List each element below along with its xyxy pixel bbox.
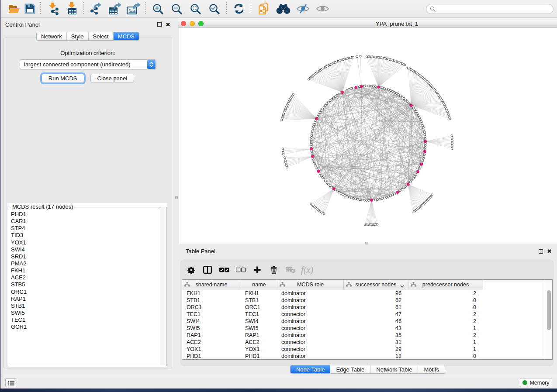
task-history-button[interactable] xyxy=(5,378,17,387)
show-all-icon[interactable] xyxy=(313,1,332,16)
delete-column-icon[interactable] xyxy=(266,261,282,278)
vertical-splitter[interactable] xyxy=(175,18,178,378)
search-icon xyxy=(430,6,436,12)
export-network-icon[interactable] xyxy=(86,1,105,16)
show-columns-icon[interactable] xyxy=(199,261,216,278)
mcds-node-item[interactable]: RAP1 xyxy=(9,296,160,303)
tab-network-table[interactable]: Network Table xyxy=(370,365,418,373)
zoom-fit-icon[interactable] xyxy=(186,1,205,16)
find-icon[interactable] xyxy=(273,1,293,16)
table-panel: Table Panel ✖ f(x) shared namenameMCDS r… xyxy=(178,246,557,377)
apply-layout-icon[interactable] xyxy=(229,1,248,16)
table-row[interactable]: ACE2ACE2connector311 xyxy=(182,339,545,346)
table-body: FKH1FKH1dominator962STB1STB1dominator620… xyxy=(182,290,545,359)
table-row[interactable]: PHD1PHD1dominator180 xyxy=(182,353,545,359)
table-panel-tabs: Node TableEdge TableNetwork TableMotifs xyxy=(290,365,445,374)
tab-style[interactable]: Style xyxy=(67,32,89,40)
close-window-button[interactable] xyxy=(181,21,186,26)
zoom-selected-icon[interactable] xyxy=(205,1,224,16)
optimization-criterion-select[interactable]: largest connected component (undirected) xyxy=(20,59,156,69)
mcds-node-item[interactable]: SWI5 xyxy=(9,309,160,316)
close-panel-icon[interactable]: ✖ xyxy=(166,21,170,28)
table-close-icon[interactable]: ✖ xyxy=(547,248,552,254)
hide-selected-icon[interactable] xyxy=(293,1,313,16)
import-table-icon[interactable] xyxy=(62,1,81,16)
mcds-result-list[interactable]: PHD1CAR1STP4TID3YOX1SWI4SRD1PMA2FKH1ACE2… xyxy=(9,211,160,366)
table-row[interactable]: RAP1RAP1dominator352 xyxy=(182,332,545,339)
table-panel-titlebar: Table Panel ✖ xyxy=(178,246,557,257)
export-image-icon[interactable] xyxy=(124,1,143,16)
column-header-predecessor-nodes[interactable]: predecessor nodes xyxy=(408,280,483,289)
horizontal-splitter[interactable] xyxy=(365,242,368,244)
table-row[interactable]: STB1STB1dominator620 xyxy=(182,297,545,304)
mcds-node-item[interactable]: ACE2 xyxy=(9,274,160,281)
maximize-window-button[interactable] xyxy=(198,21,204,26)
mcds-node-item[interactable]: TEC1 xyxy=(9,316,160,323)
desktop-wallpaper xyxy=(0,389,557,392)
mcds-node-item[interactable]: ORC1 xyxy=(9,289,160,296)
open-file-icon[interactable] xyxy=(6,1,22,16)
run-mcds-button[interactable]: Run MCDS xyxy=(42,74,84,83)
deselect-all-icon[interactable] xyxy=(232,261,249,278)
control-panel: Control Panel ✖ NetworkStyleSelectMCDS O… xyxy=(1,18,175,378)
column-header-name[interactable]: name xyxy=(241,280,277,289)
import-network-icon[interactable] xyxy=(43,1,62,16)
tab-select[interactable]: Select xyxy=(89,32,114,40)
mcds-node-item[interactable]: PHD1 xyxy=(9,211,160,218)
network-canvas[interactable] xyxy=(179,28,557,244)
table-float-icon[interactable] xyxy=(539,249,543,254)
table-scrollbar[interactable] xyxy=(545,280,552,359)
tab-node-table[interactable]: Node Table xyxy=(291,365,331,373)
tab-network[interactable]: Network xyxy=(37,32,67,40)
zoom-out-icon[interactable] xyxy=(167,1,186,16)
column-header-MCDS-role[interactable]: MCDS role xyxy=(277,280,344,289)
table-row[interactable]: TEC1TEC1connector472 xyxy=(182,311,545,318)
memory-button[interactable]: Memory xyxy=(520,378,552,387)
mcds-node-item[interactable]: SWI4 xyxy=(9,246,160,253)
mcds-node-item[interactable]: FKH1 xyxy=(9,267,160,274)
mcds-result-scrollbar[interactable] xyxy=(160,207,166,366)
mcds-result-label: MCDS result (17 nodes) xyxy=(11,203,74,210)
float-panel-icon[interactable] xyxy=(157,22,162,27)
memory-status-dot xyxy=(522,380,527,385)
add-column-icon[interactable] xyxy=(249,261,266,278)
mcds-node-item[interactable]: TID3 xyxy=(9,232,160,239)
mcds-node-item[interactable]: SRD1 xyxy=(9,253,160,260)
mcds-node-item[interactable]: STB5 xyxy=(9,281,160,288)
zoom-in-icon[interactable] xyxy=(149,1,167,16)
mcds-node-item[interactable]: YOX1 xyxy=(9,239,160,246)
search-input[interactable] xyxy=(436,6,550,12)
table-row[interactable]: SWI5SWI5connector431 xyxy=(182,325,545,332)
close-panel-button[interactable]: Close panel xyxy=(90,74,135,83)
clone-network-icon[interactable] xyxy=(254,1,273,16)
tab-edge-table[interactable]: Edge Table xyxy=(330,365,370,373)
toolbar-separator xyxy=(226,2,227,15)
tab-motifs[interactable]: Motifs xyxy=(418,365,445,373)
table-toolbar: f(x) xyxy=(181,260,553,279)
control-panel-tabs: NetworkStyleSelectMCDS xyxy=(36,32,139,41)
mcds-result-groupbox: MCDS result (17 nodes) PHD1CAR1STP4TID3Y… xyxy=(7,203,167,367)
mcds-node-item[interactable]: STP4 xyxy=(9,225,160,232)
mcds-node-item[interactable]: PMA2 xyxy=(9,260,160,267)
mcds-node-item[interactable]: CAR1 xyxy=(9,218,160,225)
column-header-successor-nodes[interactable]: successor nodes xyxy=(344,280,408,289)
select-all-icon[interactable] xyxy=(216,261,232,278)
table-row[interactable]: ORC1ORC1dominator610 xyxy=(182,304,545,311)
status-bar: Memory xyxy=(0,377,557,389)
network-view-titlebar[interactable]: YPA_prune.txt_1 xyxy=(178,20,557,28)
table-settings-icon[interactable] xyxy=(183,261,199,278)
search-field[interactable] xyxy=(426,4,554,14)
export-table-icon[interactable] xyxy=(105,1,124,16)
table-row[interactable]: YOX1YOX1connector291 xyxy=(182,346,545,353)
mcds-node-item[interactable]: GCR1 xyxy=(9,323,160,330)
save-session-icon[interactable] xyxy=(22,1,38,16)
tab-mcds[interactable]: MCDS xyxy=(114,32,139,40)
column-header-shared-name[interactable]: shared name xyxy=(182,280,241,289)
toolbar-separator xyxy=(83,2,84,15)
toolbar-separator xyxy=(40,2,41,15)
table-row[interactable]: SWI4SWI4dominator462 xyxy=(182,318,545,325)
table-row[interactable]: FKH1FKH1dominator962 xyxy=(182,290,545,297)
mcds-node-item[interactable]: STB1 xyxy=(9,303,160,309)
minimize-window-button[interactable] xyxy=(190,21,195,26)
toolbar-separator xyxy=(251,2,251,15)
